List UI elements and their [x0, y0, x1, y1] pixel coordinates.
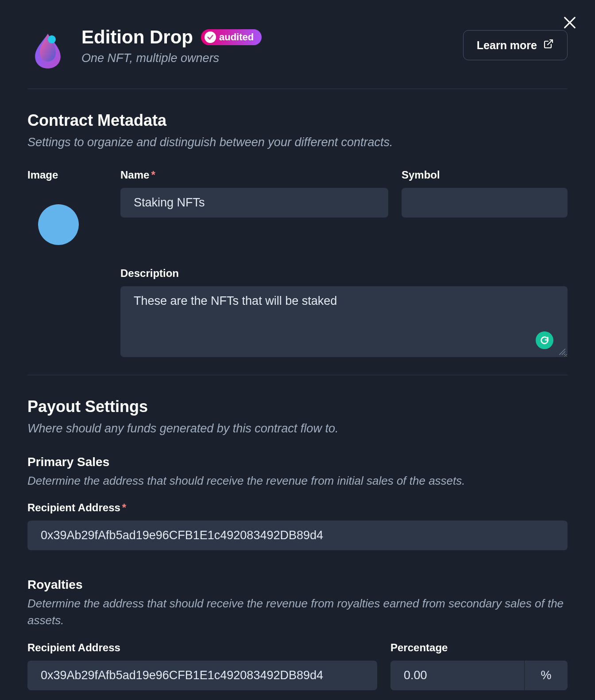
- description-input[interactable]: [120, 286, 568, 357]
- royalty-recipient-field: Recipient Address: [27, 642, 377, 690]
- percentage-unit: %: [524, 661, 568, 690]
- percentage-label: Percentage: [390, 642, 568, 654]
- symbol-label: Symbol: [402, 169, 568, 181]
- learn-more-button[interactable]: Learn more: [463, 30, 568, 60]
- name-input[interactable]: [120, 188, 388, 218]
- logo-icon: [27, 30, 68, 71]
- learn-more-label: Learn more: [477, 39, 537, 52]
- description-field: Description: [120, 267, 568, 359]
- header: Edition Drop audited One NFT, multiple o…: [27, 27, 568, 89]
- page-title: Edition Drop: [81, 27, 193, 48]
- audited-badge: audited: [201, 29, 262, 45]
- section-desc: Settings to organize and distinguish bet…: [27, 134, 568, 151]
- check-icon: [205, 31, 216, 43]
- contract-metadata-section: Contract Metadata Settings to organize a…: [27, 89, 568, 375]
- percentage-input[interactable]: [390, 661, 524, 690]
- image-upload[interactable]: [38, 204, 79, 245]
- symbol-input[interactable]: [402, 188, 568, 218]
- svg-line-3: [548, 40, 552, 45]
- royalties-desc: Determine the address that should receiv…: [27, 595, 568, 629]
- royalty-recipient-input[interactable]: [27, 661, 377, 690]
- primary-recipient-field: Recipient Address*: [27, 502, 568, 550]
- close-icon[interactable]: [562, 15, 577, 32]
- section-desc: Where should any funds generated by this…: [27, 420, 568, 437]
- image-label: Image: [27, 169, 107, 181]
- section-title: Payout Settings: [27, 397, 568, 416]
- grammarly-icon[interactable]: [536, 331, 553, 349]
- svg-point-2: [48, 35, 56, 43]
- external-link-icon: [543, 39, 554, 52]
- page-subtitle: One NFT, multiple owners: [81, 51, 262, 65]
- name-field: Name*: [120, 169, 388, 245]
- image-field: Image: [27, 169, 107, 245]
- payout-settings-section: Payout Settings Where should any funds g…: [27, 375, 568, 700]
- description-label: Description: [120, 267, 568, 280]
- royalty-recipient-label: Recipient Address: [27, 642, 377, 654]
- primary-sales-heading: Primary Sales: [27, 455, 568, 469]
- recipient-label: Recipient Address*: [27, 502, 568, 514]
- name-label: Name*: [120, 169, 388, 181]
- primary-recipient-input[interactable]: [27, 521, 568, 550]
- symbol-field: Symbol: [402, 169, 568, 245]
- royalties-heading: Royalties: [27, 578, 568, 592]
- audited-label: audited: [219, 31, 254, 43]
- primary-sales-desc: Determine the address that should receiv…: [27, 473, 568, 490]
- section-title: Contract Metadata: [27, 111, 568, 130]
- percentage-field: Percentage %: [390, 642, 568, 690]
